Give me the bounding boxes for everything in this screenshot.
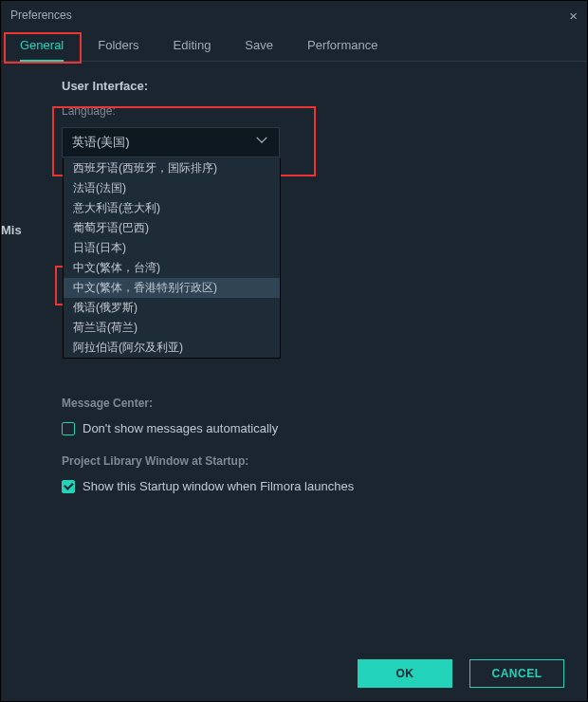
language-option[interactable]: 荷兰语(荷兰): [64, 318, 280, 338]
tab-folders[interactable]: Folders: [98, 29, 138, 62]
language-selected-value: 英语(美国): [72, 134, 130, 151]
language-dropdown[interactable]: 西班牙语(西班牙，国际排序)法语(法国)意大利语(意大利)葡萄牙语(巴西)日语(…: [63, 158, 281, 359]
language-option[interactable]: 中文(繁体，香港特别行政区): [64, 278, 280, 298]
content-area: User Interface: Language: 英语(美国) 西班牙语(西班…: [1, 62, 587, 646]
show-startup-window-label: Show this Startup window when Filmora la…: [83, 479, 354, 493]
tab-save[interactable]: Save: [245, 29, 273, 62]
tab-general[interactable]: General: [20, 29, 64, 62]
titlebar: Preferences ×: [1, 1, 587, 29]
tabbar: General Folders Editing Save Performance: [1, 29, 587, 62]
dont-show-messages-checkbox[interactable]: [62, 422, 75, 435]
language-option[interactable]: 葡萄牙语(巴西): [64, 218, 280, 238]
message-center-label: Message Center:: [62, 397, 560, 410]
preferences-dialog: Preferences × General Folders Editing Sa…: [0, 0, 588, 702]
tab-editing[interactable]: Editing: [174, 29, 211, 62]
chevron-down-icon: [258, 137, 269, 148]
language-option[interactable]: 俄语(俄罗斯): [64, 298, 280, 318]
language-option[interactable]: 法语(法国): [64, 178, 280, 198]
language-option[interactable]: 日语(日本): [64, 238, 280, 258]
language-option[interactable]: 意大利语(意大利): [64, 198, 280, 218]
language-label: Language:: [62, 104, 560, 118]
language-select[interactable]: 英语(美国) 西班牙语(西班牙，国际排序)法语(法国)意大利语(意大利)葡萄牙语…: [62, 127, 280, 157]
dont-show-messages-label: Don't show messages automatically: [83, 421, 278, 435]
user-interface-heading: User Interface:: [62, 79, 560, 93]
show-startup-window-checkbox[interactable]: [62, 480, 75, 493]
misc-heading-partial: Mis: [1, 223, 22, 237]
window-title: Preferences: [10, 9, 72, 22]
tab-performance[interactable]: Performance: [307, 29, 377, 62]
language-option[interactable]: 西班牙语(西班牙，国际排序): [64, 158, 280, 178]
dialog-footer: OK CANCEL: [1, 646, 587, 701]
cancel-button[interactable]: CANCEL: [469, 659, 564, 688]
dont-show-messages-row[interactable]: Don't show messages automatically: [62, 421, 560, 435]
show-startup-window-row[interactable]: Show this Startup window when Filmora la…: [62, 479, 560, 493]
language-option[interactable]: 阿拉伯语(阿尔及利亚): [64, 338, 280, 358]
ok-button[interactable]: OK: [358, 659, 452, 688]
close-icon[interactable]: ×: [569, 8, 578, 24]
project-library-window-label: Project Library Window at Startup:: [62, 454, 560, 468]
language-option[interactable]: 中文(繁体，台湾): [64, 258, 280, 278]
